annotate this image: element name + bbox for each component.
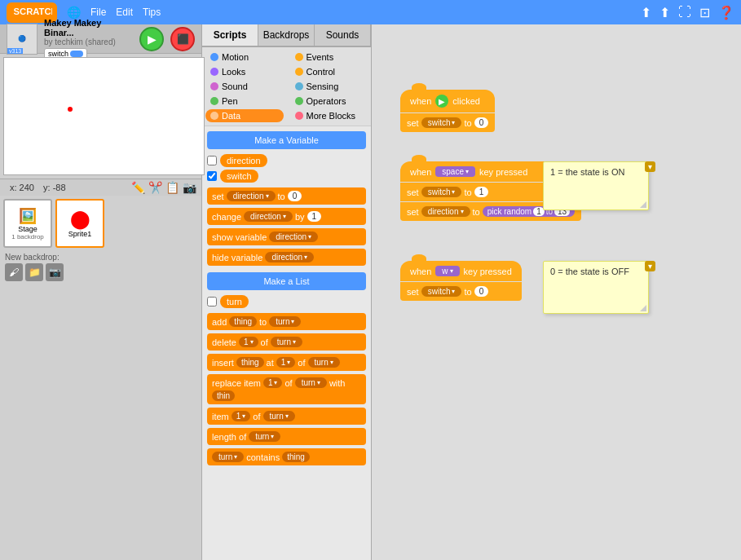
new-backdrop-label: New backdrop: [5, 253, 196, 262]
cat-sound[interactable]: Sound [205, 80, 284, 93]
cut-icon[interactable]: ✂️ [148, 181, 162, 194]
paint-icon[interactable]: ✏️ [131, 181, 145, 194]
val-1-2[interactable]: 1 [474, 187, 489, 197]
blocks-panel: Scripts Backdrops Sounds Motion Looks [202, 24, 372, 560]
edit-menu[interactable]: Edit [116, 7, 133, 18]
stage-tool-icons: ✏️ ✂️ 📋 📷 [131, 181, 196, 194]
insert-block[interactable]: insert thing at 1 ▾ of turn ▾ [207, 354, 366, 371]
hide-variable-block[interactable]: hide variable direction ▾ [207, 249, 366, 266]
when-w-hat[interactable]: when w ▾ key pressed [400, 261, 522, 281]
var-switch-badge[interactable]: switch [220, 170, 258, 183]
direction-var-2[interactable]: direction ▾ [421, 206, 470, 217]
sticky-resize-2[interactable] [640, 305, 646, 311]
note-dropdown-2[interactable]: ▾ [645, 261, 655, 271]
item-block[interactable]: item 1 ▾ of turn ▾ [207, 408, 366, 425]
stop-btn[interactable]: ⬛ [170, 27, 195, 51]
switch-var-2[interactable]: switch ▾ [421, 187, 462, 197]
camera-icon[interactable]: 📷 [183, 181, 196, 194]
sprite1-item[interactable]: ⬤ Sprite1 [55, 199, 104, 248]
variables-list: direction switch [207, 154, 366, 183]
when-clicked-hat[interactable]: when ▶ clicked [400, 90, 495, 112]
svg-text:SCRATCH: SCRATCH [14, 6, 53, 15]
set-dir-val[interactable]: 0 [288, 191, 302, 201]
set-switch-0-block[interactable]: set switch ▾ to 0 [400, 113, 495, 132]
blocks-area: Make a Variable direction switch set dir… [202, 126, 371, 560]
hat-bump-3 [412, 254, 426, 262]
import-backdrop-icon[interactable]: 📁 [25, 263, 43, 281]
green-flag-btn[interactable]: ▶ [139, 27, 164, 51]
set-direction-block[interactable]: set direction ▾ to 0 [207, 187, 366, 205]
hide-var-dropdown[interactable]: direction ▾ [265, 252, 314, 262]
camera-backdrop-icon[interactable]: 📷 [46, 263, 64, 281]
val-0-3[interactable]: 0 [474, 286, 489, 297]
cat-control[interactable]: Control [290, 65, 368, 78]
note-dropdown-1[interactable]: ▾ [645, 161, 655, 172]
globe-icon[interactable]: 🌐 [67, 6, 81, 19]
script-stack-3: when w ▾ key pressed set switch ▾ to 0 [400, 261, 522, 301]
tab-scripts[interactable]: Scripts [202, 24, 258, 46]
var-direction-checkbox[interactable] [207, 156, 217, 165]
var-direction-badge[interactable]: direction [220, 154, 267, 167]
green-flag-icon: ▶ [435, 95, 448, 108]
cat-pen[interactable]: Pen [205, 95, 284, 108]
make-list-btn[interactable]: Make a List [207, 272, 366, 290]
script-group-1: when ▶ clicked set switch ▾ to 0 [400, 90, 495, 132]
switch-var-3[interactable]: switch ▾ [421, 286, 462, 297]
cat-sensing[interactable]: Sensing [290, 80, 368, 93]
cat-data[interactable]: Data [205, 109, 284, 122]
sticky-note-2: 0 = the state is OFF [543, 261, 649, 314]
cursor-icon[interactable]: ⬆ [659, 5, 670, 20]
list-turn-badge[interactable]: turn [220, 295, 249, 308]
space-key-badge[interactable]: space ▾ [435, 166, 475, 177]
list-turn-checkbox[interactable] [207, 297, 217, 306]
stage-sprite-item[interactable]: 🖼️ Stage 1 backdrop [3, 199, 52, 248]
length-of-block[interactable]: length of turn ▾ [207, 428, 366, 445]
stage-icon: 🖼️ [19, 207, 37, 225]
version-badge: v313 [7, 48, 23, 54]
cat-more-blocks[interactable]: More Blocks [290, 109, 368, 122]
tab-sounds[interactable]: Sounds [315, 24, 371, 46]
fullscreen-icon[interactable]: ⛶ [678, 5, 691, 20]
show-variable-block[interactable]: show variable direction ▾ [207, 228, 366, 245]
cat-operators[interactable]: Operators [290, 95, 368, 108]
project-header: 🔵 v313 Makey Makey Binar... by techkim (… [0, 24, 201, 54]
new-backdrop-icons: 🖌 📁 📷 [5, 263, 196, 281]
left-panel: 🔵 v313 Makey Makey Binar... by techkim (… [0, 24, 202, 560]
show-var-dropdown[interactable]: direction ▾ [269, 231, 318, 242]
script-stack-1: when ▶ clicked set switch ▾ to 0 [400, 90, 495, 132]
coordinate-display: x: 240 y: -88 [5, 181, 71, 194]
stage-red-dot [68, 107, 73, 112]
val-0-1[interactable]: 0 [474, 117, 489, 128]
cat-events[interactable]: Events [290, 51, 368, 64]
delete-block[interactable]: delete 1 ▾ of turn ▾ [207, 333, 366, 351]
contains-block[interactable]: turn ▾ contains thing [207, 448, 366, 465]
project-title: Makey Makey Binar... [44, 18, 133, 37]
add-thing-block[interactable]: add thing to turn ▾ [207, 313, 366, 330]
file-menu[interactable]: File [90, 7, 106, 18]
sprite-thumbnail: 🔵 v313 [7, 24, 37, 55]
change-dir-dropdown[interactable]: direction ▾ [244, 211, 293, 222]
share-icon[interactable]: ⬆ [641, 5, 651, 20]
make-variable-btn[interactable]: Make a Variable [207, 131, 366, 149]
change-dir-val[interactable]: 1 [307, 211, 322, 222]
replace-item-block[interactable]: replace item 1 ▾ of turn ▾ with thin [207, 374, 366, 404]
stage-bottom-bar: x: 240 y: -88 ✏️ ✂️ 📋 📷 [0, 179, 201, 196]
scripts-panel: when ▶ clicked set switch ▾ to 0 wh [372, 24, 741, 560]
tips-menu[interactable]: Tips [143, 7, 161, 18]
shrink-icon[interactable]: ⊡ [699, 5, 710, 20]
cat-motion[interactable]: Motion [205, 51, 284, 64]
cat-looks[interactable]: Looks [205, 65, 284, 78]
stage-canvas [3, 57, 205, 175]
change-direction-block[interactable]: change direction ▾ by 1 [207, 208, 366, 225]
w-key-badge[interactable]: w ▾ [435, 266, 459, 276]
copy-icon[interactable]: 📋 [165, 181, 179, 194]
switch-var-1[interactable]: switch ▾ [421, 117, 462, 128]
tab-backdrops[interactable]: Backdrops [258, 24, 315, 46]
set-switch-0-block-3[interactable]: set switch ▾ to 0 [400, 282, 522, 301]
help-icon[interactable]: ❓ [718, 5, 734, 20]
direction-dropdown[interactable]: direction ▾ [227, 191, 276, 201]
sticky-resize-1[interactable] [640, 201, 646, 208]
sticky-note-1: 1 = the state is ON [543, 161, 649, 210]
var-switch-checkbox[interactable] [207, 171, 217, 181]
paint-backdrop-icon[interactable]: 🖌 [5, 263, 23, 281]
